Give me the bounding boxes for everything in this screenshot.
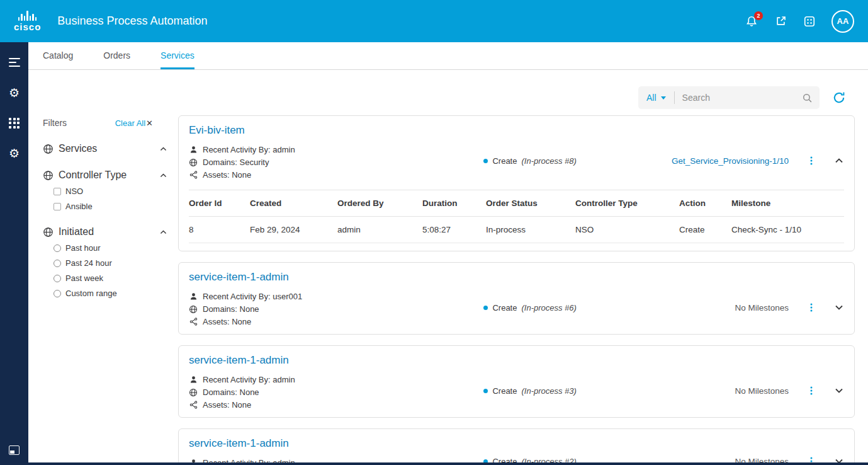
globe-icon [43,144,54,154]
status: Create (In-process #8) [483,156,671,166]
status-dot [483,306,488,310]
chevron-down-icon[interactable] [834,386,844,396]
milestone-link[interactable]: Get_Service_Provisioning-1/10 [672,156,789,166]
milestone-text: No Milestones [735,303,789,313]
notifications-bell-icon[interactable]: 2 [745,14,758,28]
domains: Domains: None [189,388,483,397]
service-title-link[interactable]: service-item-1-admin [189,271,844,284]
cisco-logo-text: cisco [14,22,41,32]
header-actions: 2 AA [745,10,854,33]
chevron-up-icon[interactable] [834,156,844,166]
radio-custom-range[interactable]: Custom range [54,289,178,298]
checkbox-icon[interactable] [54,203,61,210]
radio-past-week[interactable]: Past week [54,273,178,283]
services-list: Evi-biv-item Recent Activity By: admin [178,115,855,462]
page: cisco Business Process Automation 2 [0,0,868,465]
filters-title: Filters [43,118,67,128]
menu-icon[interactable] [8,56,21,69]
external-link-icon[interactable] [774,14,787,28]
chevron-up-icon[interactable] [159,145,167,153]
globe-icon [189,305,198,314]
filter-section-initiated-header[interactable]: Initiated [43,226,167,238]
cisco-logo: cisco [14,11,41,32]
filters-panel: Filters Clear All✕ Services [28,115,178,462]
table-row[interactable]: 8 Feb 29, 2024 admin 5:08:27 In-process … [189,217,844,243]
assets: Assets: None [189,317,483,326]
assets: Assets: None [189,400,483,410]
kebab-menu-icon[interactable] [806,386,816,396]
tab-orders[interactable]: Orders [103,50,130,69]
toolbar: All [28,86,846,109]
recent-activity: Recent Activity By: admin [189,375,483,384]
domains: Domains: Security [189,158,483,167]
chevron-down-icon[interactable] [834,302,844,313]
clear-all-button[interactable]: Clear All✕ [115,118,153,128]
app-header: cisco Business Process Automation 2 [0,0,868,42]
radio-past-hour[interactable]: Past hour [54,243,178,253]
service-card: service-item-1-admin Recent Activity By:… [178,345,855,418]
close-icon: ✕ [146,118,153,128]
milestone-text: No Milestones [735,457,789,463]
globe-icon [189,388,198,397]
assets-icon [189,318,198,326]
cisco-logo-bars [18,11,37,21]
status-dot [483,389,488,393]
apps-dots-icon[interactable] [8,117,21,129]
main-content: Catalog Orders Services All [28,42,868,462]
radio-past-24-hour[interactable]: Past 24 hour [54,258,178,268]
app-title: Business Process Automation [57,14,207,28]
tab-services[interactable]: Services [161,50,194,69]
page-tabs: Catalog Orders Services [28,42,868,70]
service-title-link[interactable]: service-item-1-admin [189,354,844,367]
chevron-up-icon[interactable] [159,228,167,236]
recent-activity: Recent Activity By: admin [189,458,483,462]
assets-icon [189,401,198,409]
console-window-icon[interactable] [8,444,21,456]
kebab-menu-icon[interactable] [806,456,816,462]
service-card: service-item-1-admin Recent Activity By:… [178,262,855,335]
filter-section-services-header[interactable]: Services [43,143,167,154]
user-icon [189,376,198,384]
table-header-row: Order Id Created Ordered By Duration Ord… [189,190,844,217]
filter-section-services: Services [43,143,178,154]
tab-catalog[interactable]: Catalog [43,50,73,69]
assets-icon [189,171,198,179]
admin-gear-icon[interactable]: ⚙ [8,147,21,159]
left-rail: ⚙ ⚙ [0,42,28,465]
status: Create (In-process #3) [483,386,735,396]
refresh-icon[interactable] [832,91,846,105]
chevron-down-icon[interactable] [834,456,844,462]
globe-icon [189,158,198,167]
filter-section-controller-header[interactable]: Controller Type [43,169,167,181]
radio-icon[interactable] [54,244,61,252]
chevron-up-icon[interactable] [159,171,167,180]
service-title-link[interactable]: Evi-biv-item [189,124,844,137]
kebab-menu-icon[interactable] [806,302,816,313]
search-icon [802,93,820,103]
recent-activity: Recent Activity By: user001 [189,292,483,301]
radio-icon[interactable] [54,275,61,282]
checkbox-icon[interactable] [54,188,61,195]
search-combo: All [638,86,820,109]
checkbox-ansible[interactable]: Ansible [54,202,178,211]
notification-badge: 2 [754,11,763,20]
filter-section-controller-type: Controller Type NSO Ansible [43,169,178,211]
orders-table: Order Id Created Ordered By Duration Ord… [189,190,844,243]
search-input[interactable] [675,93,802,103]
service-title-link[interactable]: service-item-1-admin [189,437,844,450]
domains: Domains: None [189,304,483,314]
service-card: service-item-1-admin Recent Activity By:… [178,428,855,462]
bottom-bar [0,462,868,465]
checkbox-nso[interactable]: NSO [54,187,178,196]
content-row: Filters Clear All✕ Services [28,115,868,462]
search-scope-dropdown[interactable]: All [638,93,674,103]
user-avatar[interactable]: AA [831,10,854,33]
radio-icon[interactable] [54,290,61,297]
kebab-menu-icon[interactable] [806,156,816,166]
user-icon [189,146,198,154]
milestone-text: No Milestones [735,386,789,396]
radio-icon[interactable] [54,260,61,267]
status-dot [483,159,488,163]
apps-grid-icon[interactable] [803,14,816,28]
settings-gear-icon[interactable]: ⚙ [8,86,21,99]
